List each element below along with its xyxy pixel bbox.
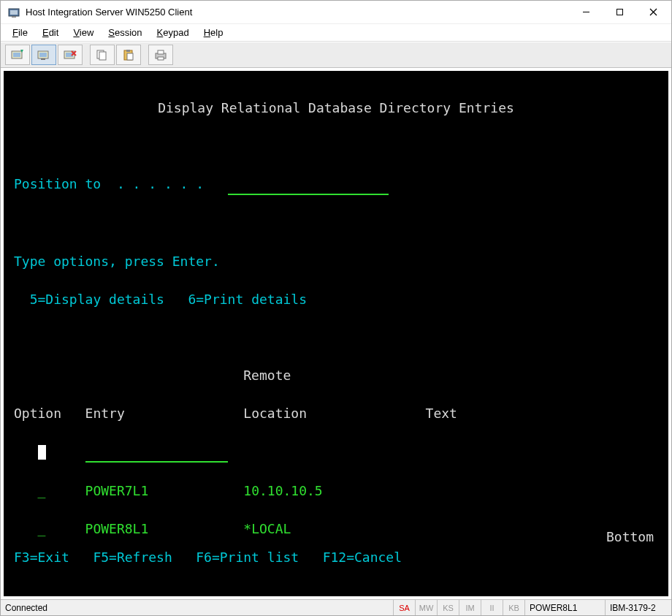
- app-icon: [8, 7, 20, 18]
- menu-file-rest: ile: [18, 27, 28, 38]
- svg-rect-1: [10, 10, 18, 15]
- menu-edit[interactable]: Edit: [37, 26, 64, 39]
- col-remote-2: Location: [243, 406, 307, 421]
- toolbar-btn-1[interactable]: [5, 45, 30, 65]
- close-button[interactable]: [636, 1, 670, 23]
- menu-help[interactable]: Help: [198, 26, 229, 39]
- col-entry: Entry: [85, 406, 125, 421]
- entry-row1: POWER7L1: [85, 483, 149, 498]
- svg-rect-19: [126, 50, 130, 52]
- toolbar: [1, 42, 671, 68]
- toolbar-copy-button[interactable]: [90, 45, 115, 65]
- list-end-indicator: Bottom: [606, 528, 654, 547]
- option-6-label: 6=Print details: [188, 292, 307, 307]
- svg-rect-20: [127, 53, 133, 60]
- title-bar: Host Integration Server WIN5250 Client: [1, 1, 671, 24]
- svg-rect-8: [13, 53, 20, 57]
- status-ind-ii: II: [481, 600, 503, 615]
- position-to-label: Position to . . . . . .: [14, 176, 204, 191]
- entry-filter-input[interactable]: [85, 442, 228, 463]
- fkey-f6: F6=Print list: [196, 550, 299, 565]
- status-ind-im: IM: [459, 600, 481, 615]
- minimize-button[interactable]: [569, 1, 603, 23]
- fkey-f12: F12=Cancel: [323, 550, 402, 565]
- app-window: Host Integration Server WIN5250 Client F…: [0, 0, 672, 616]
- status-ind-mw: MW: [416, 600, 438, 615]
- status-ind-ks: KS: [438, 600, 459, 615]
- option-input-row1[interactable]: _: [38, 483, 46, 498]
- col-remote-1: Remote: [243, 368, 291, 383]
- cursor: [38, 445, 46, 460]
- menu-file[interactable]: File: [7, 26, 34, 39]
- location-row1: 10.10.10.5: [243, 483, 322, 498]
- screen-title: Display Relational Database Directory En…: [14, 99, 658, 118]
- title-text: Host Integration Server WIN5250 Client: [26, 7, 569, 18]
- status-bar: Connected SA MW KS IM II KB POWER8L1 IBM…: [1, 599, 671, 615]
- menu-session[interactable]: Session: [102, 26, 148, 39]
- maximize-button[interactable]: [603, 1, 636, 23]
- window-controls: [569, 1, 670, 23]
- svg-rect-10: [39, 53, 47, 57]
- menu-bar: File Edit View Session Keypad Help: [1, 24, 671, 42]
- status-ind-sa: SA: [394, 600, 416, 615]
- svg-rect-2: [12, 16, 16, 18]
- option-input-row2[interactable]: _: [38, 521, 46, 536]
- svg-rect-22: [158, 50, 164, 54]
- toolbar-paste-button[interactable]: [116, 45, 141, 65]
- toolbar-print-button[interactable]: [148, 45, 173, 65]
- toolbar-btn-2[interactable]: [31, 45, 56, 65]
- option-5-label: 5=Display details: [30, 292, 164, 307]
- svg-rect-23: [158, 57, 164, 60]
- terminal-screen[interactable]: Display Relational Database Directory En…: [4, 71, 668, 596]
- location-row2: *LOCAL: [243, 521, 291, 536]
- toolbar-btn-3[interactable]: [58, 45, 83, 65]
- status-model: IBM-3179-2: [606, 600, 671, 615]
- status-ind-kb: KB: [503, 600, 525, 615]
- position-to-input[interactable]: [228, 175, 389, 195]
- type-options-label: Type options, press Enter.: [14, 254, 220, 269]
- svg-rect-4: [616, 9, 622, 15]
- fkey-f5: F5=Refresh: [93, 550, 172, 565]
- status-connected: Connected: [1, 600, 394, 615]
- status-system: POWER8L1: [525, 600, 606, 615]
- menu-keypad[interactable]: Keypad: [151, 26, 195, 39]
- menu-view[interactable]: View: [67, 26, 99, 39]
- fkey-f3: F3=Exit: [14, 550, 69, 565]
- svg-rect-17: [99, 52, 106, 60]
- col-option: Option: [14, 406, 61, 421]
- col-text: Text: [426, 406, 457, 421]
- entry-row2: POWER8L1: [85, 521, 149, 536]
- svg-rect-11: [41, 58, 45, 60]
